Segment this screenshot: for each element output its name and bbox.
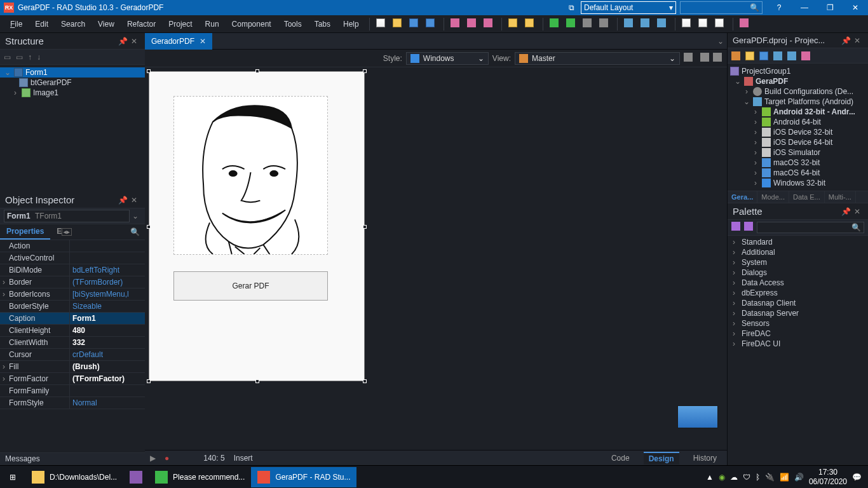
tray-power-icon[interactable]: 🔌 (765, 473, 775, 482)
taskbar-item[interactable]: Please recommend... (149, 467, 251, 487)
prop-row-formstyle[interactable]: FormStyleNormal (0, 397, 145, 409)
object-inspector-selector[interactable]: Form1 TForm1 ⌄ (0, 208, 145, 224)
tray-volume-icon[interactable]: 🔊 (794, 473, 804, 482)
menu-refactor[interactable]: Refactor (122, 18, 161, 30)
prop-row-activecontrol[interactable]: ActiveControl (0, 252, 145, 264)
twisty-icon[interactable]: › (733, 268, 739, 277)
structure-tb-icon[interactable]: ▭ (16, 53, 23, 62)
twisty-icon[interactable]: › (733, 278, 739, 287)
project-tab[interactable]: Gera... (728, 191, 757, 203)
prop-value[interactable]: (TFormBorder) (70, 276, 145, 288)
designer-tb-icon[interactable] (713, 53, 722, 64)
designer-tb-icon[interactable] (700, 53, 709, 64)
layout-selector[interactable]: Default Layout ▾ (581, 1, 676, 14)
help-button[interactable]: ? (766, 0, 792, 15)
toolbar-new-icon[interactable] (376, 18, 388, 30)
close-icon[interactable]: ✕ (131, 196, 140, 205)
prop-row-caption[interactable]: CaptionForm1 (0, 313, 145, 325)
twisty-icon[interactable]: ⌄ (734, 77, 742, 86)
palette-category[interactable]: ›Standard (728, 237, 868, 247)
prop-row-fill[interactable]: Fill(Brush) (0, 361, 145, 373)
structure-node-image1[interactable]: › Image1 (0, 88, 145, 98)
palette-category[interactable]: ›Datasnap Server (728, 308, 868, 318)
messages-panel[interactable]: Messages (0, 452, 145, 465)
toolbar-unit-icon[interactable] (467, 18, 478, 30)
menu-project[interactable]: Project (163, 18, 197, 30)
palette-filter-icon[interactable] (744, 222, 753, 231)
tab-overflow-icon[interactable]: ⌄ (714, 37, 727, 46)
pin-icon[interactable]: 📌 (841, 207, 850, 216)
prop-row-clientwidth[interactable]: ClientWidth332 (0, 337, 145, 349)
toolbar-doc2-icon[interactable] (698, 18, 710, 30)
desktop-speedsetting-icon[interactable]: ⧉ (569, 3, 574, 12)
menu-help[interactable]: Help (338, 18, 364, 30)
prop-value[interactable]: Sizeable (70, 301, 145, 312)
tray-bluetooth-icon[interactable]: ᛒ (756, 473, 760, 482)
toolbar-help-icon[interactable] (740, 18, 751, 30)
oi-search[interactable]: 🔍 (78, 224, 145, 240)
palette-category[interactable]: ›dbExpress (728, 288, 868, 298)
prop-value[interactable]: (TFormFactor) (70, 373, 145, 384)
prop-value[interactable]: Normal (70, 397, 145, 409)
twisty-icon[interactable]: › (733, 248, 739, 257)
structure-up-icon[interactable]: ↑ (28, 53, 32, 62)
project-node[interactable]: ⌄GeraPDF (728, 76, 868, 86)
twisty-icon[interactable]: › (733, 238, 739, 247)
toolbar-doc3-icon[interactable] (715, 18, 726, 30)
close-icon[interactable]: ✕ (854, 36, 863, 45)
tray-icon[interactable]: ▲ (706, 473, 714, 482)
prop-value[interactable]: 332 (70, 337, 145, 348)
twisty-icon[interactable]: › (752, 138, 759, 147)
palette-category[interactable]: ›Sensors (728, 318, 868, 329)
toolbar-stepinto-icon[interactable] (641, 18, 652, 30)
menu-run[interactable]: Run (200, 18, 224, 30)
image1-control[interactable] (173, 96, 328, 255)
toolbar-pause-icon[interactable] (583, 18, 594, 30)
minimize-button[interactable]: — (792, 0, 817, 15)
twisty-icon[interactable]: › (752, 168, 759, 177)
tray-onedrive-icon[interactable]: ☁ (730, 473, 738, 482)
platform-node[interactable]: ›Windows 32-bit (728, 178, 868, 188)
twisty-icon[interactable]: › (733, 329, 739, 338)
form-canvas[interactable]: Gerar PDF (149, 71, 365, 381)
oi-tab-properties[interactable]: Properties (0, 224, 50, 240)
prop-value[interactable]: [biSystemMenu,l (70, 288, 145, 300)
structure-tb-icon[interactable]: ▭ (4, 53, 11, 62)
menu-tabs[interactable]: Tabs (309, 18, 336, 30)
twisty-icon[interactable]: › (752, 128, 759, 137)
platform-node[interactable]: ›iOS Simulator (728, 147, 868, 158)
toolbar-doc1-icon[interactable] (682, 18, 693, 30)
prop-value[interactable]: (Brush) (70, 361, 145, 372)
twisty-icon[interactable]: › (752, 118, 759, 126)
notifications-icon[interactable]: 💬 (852, 473, 862, 482)
twisty-icon[interactable]: › (733, 319, 739, 328)
toolbar-removefile-icon[interactable] (525, 18, 536, 30)
tray-nvidia-icon[interactable]: ◉ (719, 473, 725, 482)
palette-category[interactable]: ›FireDAC (728, 329, 868, 339)
proj-tb-icon[interactable] (801, 51, 810, 60)
toolbar-form-icon[interactable] (451, 18, 462, 30)
proj-tb-icon[interactable] (773, 51, 782, 60)
prop-value[interactable]: Form1 (70, 313, 145, 324)
twisty-icon[interactable]: › (733, 288, 739, 297)
prop-row-bordericons[interactable]: BorderIcons[biSystemMenu,l (0, 288, 145, 301)
menu-tools[interactable]: Tools (279, 18, 307, 30)
toolbar-open-icon[interactable] (393, 18, 404, 30)
pin-icon[interactable]: 📌 (841, 36, 850, 45)
menu-search[interactable]: Search (56, 18, 90, 30)
toolbar-step-icon[interactable] (624, 18, 635, 30)
twisty-icon[interactable]: › (752, 179, 759, 187)
platform-node[interactable]: ›iOS Device 32-bit (728, 127, 868, 137)
project-group-node[interactable]: ProjectGroup1 (728, 66, 868, 76)
btgerarpdf-control[interactable]: Gerar PDF (173, 271, 328, 301)
platform-node[interactable]: ›Android 64-bit (728, 117, 868, 127)
proj-tb-icon[interactable] (731, 51, 740, 60)
project-tab[interactable]: Multi-... (825, 191, 856, 203)
proj-tb-icon[interactable] (759, 51, 768, 60)
twisty-icon[interactable]: › (752, 148, 759, 157)
oi-tab-events[interactable]: E◂▸ (50, 224, 78, 240)
palette-search-input[interactable]: 🔍 (757, 222, 864, 233)
taskbar-clock[interactable]: 17:30 06/07/2020 (809, 468, 847, 486)
pin-icon[interactable]: 📌 (118, 37, 127, 46)
menu-view[interactable]: View (93, 18, 119, 30)
